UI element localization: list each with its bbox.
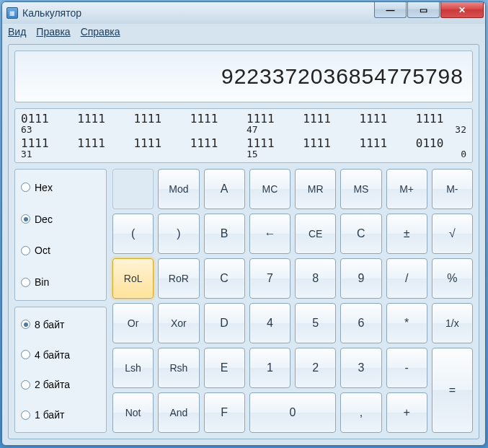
radio-icon [21, 246, 30, 255]
menu-help[interactable]: Справка [81, 26, 120, 38]
left-column: Hex Dec Oct Bin 8 байт 4 байта 2 байта 1… [14, 169, 107, 433]
ror-button[interactable]: RoR [158, 258, 199, 299]
divide-button[interactable]: / [386, 258, 427, 299]
multiply-button[interactable]: * [386, 303, 427, 343]
digit-0-button[interactable]: 0 [249, 392, 337, 433]
digit-5-button[interactable]: 5 [295, 303, 336, 343]
digit-7-button[interactable]: 7 [249, 258, 290, 299]
radio-icon [21, 214, 30, 224]
bit-labels-low: 31 150 [21, 149, 466, 159]
digit-6-button[interactable]: 6 [340, 303, 381, 343]
percent-button[interactable]: % [432, 258, 473, 299]
radio-icon [21, 320, 30, 329]
sqrt-button[interactable]: √ [432, 214, 473, 254]
digit-9-button[interactable]: 9 [340, 258, 381, 299]
mc-button[interactable]: MC [249, 169, 290, 209]
not-button[interactable]: Not [112, 392, 154, 433]
radio-icon [21, 410, 30, 420]
menu-view[interactable]: Вид [8, 26, 26, 38]
xor-button[interactable]: Xor [158, 303, 199, 343]
result-display: 9223372036854775798 [14, 50, 473, 102]
lparen-button[interactable]: ( [112, 214, 154, 254]
radio-icon [21, 183, 30, 192]
bit-panel: 0111 1111 1111 1111 1111 1111 1111 1111 … [14, 108, 473, 163]
minus-button[interactable]: - [386, 348, 427, 388]
word-8byte[interactable]: 8 байт [21, 319, 100, 330]
ms-button[interactable]: MS [340, 169, 381, 209]
digit-8-button[interactable]: 8 [295, 258, 336, 299]
radio-icon [21, 278, 30, 287]
window-controls: — ▭ ✕ [373, 2, 484, 18]
digit-4-button[interactable]: 4 [249, 303, 290, 343]
window-title: Калькулятор [22, 7, 81, 19]
digit-3-button[interactable]: 3 [340, 348, 381, 388]
maximize-button[interactable]: ▭ [407, 2, 440, 18]
word-2byte[interactable]: 2 байта [21, 379, 100, 390]
decimal-button[interactable]: , [340, 392, 381, 433]
lower-area: Hex Dec Oct Bin 8 байт 4 байта 2 байта 1… [14, 169, 473, 433]
reciprocal-button[interactable]: 1/x [432, 303, 473, 343]
hex-b-button[interactable]: B [204, 214, 245, 254]
mr-button[interactable]: MR [295, 169, 336, 209]
titlebar[interactable]: ▦ Калькулятор — ▭ ✕ [2, 2, 485, 24]
calculator-window: ▦ Калькулятор — ▭ ✕ Вид Правка Справка 9… [1, 1, 486, 446]
clear-button[interactable]: C [340, 214, 381, 254]
keypad: Mod A MC MR MS M+ M- ( ) B ← CE C ± √ Ro… [112, 169, 473, 433]
word-1byte[interactable]: 1 байт [21, 409, 100, 421]
bit-labels-high: 63 4732 [21, 124, 466, 135]
app-icon: ▦ [6, 7, 18, 19]
and-button[interactable]: And [158, 392, 199, 433]
word-panel: 8 байт 4 байта 2 байта 1 байт [14, 307, 107, 433]
radix-dec[interactable]: Dec [21, 214, 100, 225]
mplus-button[interactable]: M+ [386, 169, 427, 209]
radix-hex[interactable]: Hex [21, 182, 100, 193]
mod-button[interactable]: Mod [158, 169, 199, 209]
radio-icon [21, 350, 30, 359]
menubar: Вид Правка Справка [2, 24, 485, 41]
radix-panel: Hex Dec Oct Bin [14, 169, 107, 301]
mminus-button[interactable]: M- [432, 169, 473, 209]
radix-oct[interactable]: Oct [21, 245, 100, 256]
ce-button[interactable]: CE [295, 214, 336, 254]
hex-c-button[interactable]: C [204, 258, 245, 299]
digit-2-button[interactable]: 2 [295, 348, 336, 388]
minimize-button[interactable]: — [374, 2, 407, 18]
plusminus-button[interactable]: ± [386, 214, 427, 254]
digit-1-button[interactable]: 1 [249, 348, 290, 388]
word-4byte[interactable]: 4 байта [21, 349, 100, 361]
rparen-button[interactable]: ) [158, 214, 199, 254]
rol-button[interactable]: RoL [112, 258, 154, 299]
hex-e-button[interactable]: E [204, 348, 245, 388]
or-button[interactable]: Or [112, 303, 154, 343]
hex-f-button[interactable]: F [204, 392, 245, 433]
hex-a-button[interactable]: A [204, 169, 245, 209]
menu-edit[interactable]: Правка [36, 26, 70, 38]
rsh-button[interactable]: Rsh [158, 348, 199, 388]
lsh-button[interactable]: Lsh [112, 348, 154, 388]
plus-button[interactable]: + [386, 392, 427, 433]
hex-d-button[interactable]: D [204, 303, 245, 343]
radio-icon [21, 380, 30, 390]
backspace-button[interactable]: ← [249, 214, 290, 254]
equals-button[interactable]: = [432, 348, 473, 433]
radix-bin[interactable]: Bin [21, 276, 100, 288]
blank-button [112, 169, 154, 209]
close-button[interactable]: ✕ [440, 2, 484, 18]
client-area: 9223372036854775798 0111 1111 1111 1111 … [8, 44, 479, 439]
